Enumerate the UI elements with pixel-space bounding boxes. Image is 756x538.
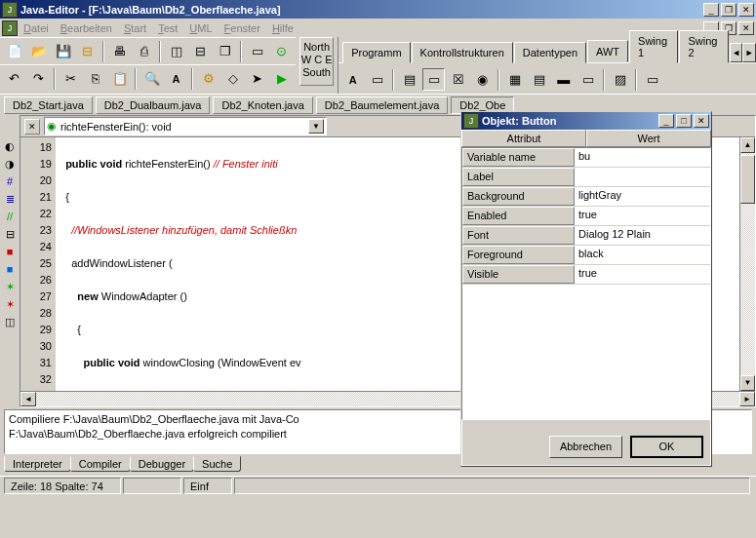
scrollbar-widget-icon[interactable]: ▬ [552, 68, 575, 91]
new-file-icon[interactable]: 📄 [3, 40, 25, 62]
textfield-widget-icon[interactable]: ▭ [366, 68, 388, 91]
close-button[interactable]: ✕ [738, 3, 754, 17]
filetab-db2-start[interactable]: Db2_Start.java [4, 96, 93, 114]
window-v-icon[interactable]: ⊟ [189, 40, 212, 62]
bookmark-icon[interactable]: ◐ [2, 138, 18, 154]
menu-bearbeiten[interactable]: Bearbeiten [60, 22, 112, 34]
window-h-icon[interactable]: ◫ [165, 40, 187, 62]
scroll-right-icon[interactable]: ► [739, 392, 755, 406]
prop-value-input[interactable]: black [575, 246, 710, 264]
filetab-db2-baumelement[interactable]: Db2_Baumelement.java [316, 96, 448, 114]
header-wert[interactable]: Wert [586, 130, 711, 147]
paste-icon[interactable]: 📋 [108, 67, 131, 90]
tab-scroll-left[interactable]: ◄ [730, 43, 743, 62]
scroll-thumb[interactable] [740, 155, 755, 204]
menubar-widget-icon[interactable]: ▭ [641, 68, 663, 91]
filetab-db2-knoten[interactable]: Db2_Knoten.java [213, 96, 312, 114]
replace-icon[interactable]: A [165, 67, 187, 90]
button-widget-icon[interactable]: ▭ [422, 68, 445, 91]
open-file-icon[interactable]: 📂 [27, 40, 50, 62]
copy-icon[interactable]: ⎘ [84, 67, 106, 90]
ok-button[interactable]: OK [630, 436, 703, 458]
menu-test[interactable]: Test [158, 22, 178, 34]
step-icon[interactable]: ➤ [246, 67, 268, 90]
tab-swing1[interactable]: Swing 1 [629, 30, 678, 63]
maximize-button[interactable]: ❐ [721, 3, 736, 17]
filetab-db2-dualbaum[interactable]: Db2_Dualbaum.java [96, 96, 211, 114]
minimize-button[interactable]: _ [703, 3, 719, 17]
close-panel-icon[interactable]: ✕ [24, 119, 40, 134]
save-all-icon[interactable]: ⊟ [76, 40, 99, 62]
tab-datentypen[interactable]: Datentypen [514, 42, 586, 63]
scroll-down-icon[interactable]: ▼ [740, 375, 755, 391]
marker-green-icon[interactable]: ✶ [2, 279, 18, 294]
menu-fenster[interactable]: Fenster [224, 22, 260, 34]
method-combo[interactable]: ◉ richteFensterEin(): void ▼ [44, 117, 327, 135]
cut-icon[interactable]: ✂ [60, 67, 82, 90]
tab-suche[interactable]: Suche [193, 456, 241, 472]
diagram-icon[interactable]: ◇ [221, 67, 244, 90]
dialog-minimize-button[interactable]: _ [658, 114, 674, 128]
prop-value-input[interactable]: true [575, 265, 710, 284]
structure-icon[interactable]: ⊟ [2, 226, 18, 242]
scroll-left-icon[interactable]: ◄ [20, 392, 36, 406]
search-icon[interactable]: 🔍 [140, 67, 163, 90]
redo-icon[interactable]: ↷ [27, 67, 50, 90]
header-attribut[interactable]: Attribut [461, 130, 586, 147]
indent-icon[interactable]: ≣ [2, 191, 18, 207]
choice-widget-icon[interactable]: ▤ [528, 68, 550, 91]
canvas-widget-icon[interactable]: ▨ [609, 68, 631, 91]
menu-start[interactable]: Start [124, 22, 146, 34]
mdi-close-button[interactable]: ✕ [738, 21, 754, 35]
tab-interpreter[interactable]: Interpreter [4, 456, 71, 472]
tab-awt[interactable]: AWT [587, 40, 628, 62]
label-widget-icon[interactable]: A [341, 68, 364, 91]
tab-kontrollstrukturen[interactable]: Kontrollstrukturen [412, 42, 513, 63]
radio-widget-icon[interactable]: ◉ [471, 68, 494, 91]
tab-swing2[interactable]: Swing 2 [679, 30, 728, 63]
tab-scroll-right[interactable]: ► [742, 43, 756, 62]
save-icon[interactable]: 💾 [52, 40, 74, 62]
dialog-maximize-button[interactable]: □ [676, 114, 692, 128]
menu-hilfe[interactable]: Hilfe [272, 22, 294, 34]
dialog-close-button[interactable]: ✕ [694, 114, 709, 128]
compass-wce[interactable]: W C E [300, 54, 333, 66]
panel-widget-icon[interactable]: ▭ [577, 68, 599, 91]
list-widget-icon[interactable]: ▦ [503, 68, 526, 91]
breakpoint-on-icon[interactable]: ■ [2, 244, 18, 259]
compile-icon[interactable]: ⚙ [197, 67, 219, 90]
prop-value-input[interactable]: Dialog 12 Plain [575, 226, 710, 245]
compass-north[interactable]: North [300, 41, 333, 54]
goto-icon[interactable]: ◑ [2, 156, 18, 172]
tab-programm[interactable]: Programm [342, 42, 410, 63]
undo-icon[interactable]: ↶ [3, 67, 25, 90]
marker-red-icon[interactable]: ✶ [2, 296, 18, 312]
tab-compiler[interactable]: Compiler [70, 456, 131, 472]
dialog-titlebar[interactable]: J Objekt: Button _ □ ✕ [461, 112, 711, 130]
msgbox-icon[interactable]: ▭ [246, 40, 268, 62]
prop-value-input[interactable] [575, 168, 710, 186]
run-icon[interactable]: ▶ [270, 67, 293, 90]
cancel-button[interactable]: Abbrechen [549, 436, 622, 458]
comment-icon[interactable]: // [2, 209, 18, 224]
compass-south[interactable]: South [300, 66, 333, 79]
print-icon[interactable]: 🖶 [108, 40, 131, 62]
hash-icon[interactable]: # [2, 173, 18, 189]
border-layout-widget[interactable]: North W C E South [299, 37, 334, 86]
menu-datei[interactable]: Datei [23, 22, 49, 34]
export-icon[interactable]: ⎙ [133, 40, 155, 62]
tab-debugger[interactable]: Debugger [130, 456, 194, 472]
prop-value-input[interactable]: lightGray [575, 187, 710, 206]
textarea-widget-icon[interactable]: ▤ [398, 68, 420, 91]
trace-icon[interactable]: ◫ [2, 314, 18, 329]
window-cascade-icon[interactable]: ❐ [214, 40, 236, 62]
menu-uml[interactable]: UML [189, 22, 212, 34]
prop-value-input[interactable]: true [575, 207, 710, 225]
browser-icon[interactable]: ⊙ [270, 40, 293, 62]
checkbox-widget-icon[interactable]: ☒ [447, 68, 469, 91]
vertical-scrollbar[interactable]: ▲ ▼ [739, 137, 755, 391]
prop-value-input[interactable]: bu [575, 148, 710, 167]
scroll-up-icon[interactable]: ▲ [740, 137, 755, 153]
breakpoint-off-icon[interactable]: ■ [2, 261, 18, 277]
dropdown-icon[interactable]: ▼ [308, 119, 324, 134]
